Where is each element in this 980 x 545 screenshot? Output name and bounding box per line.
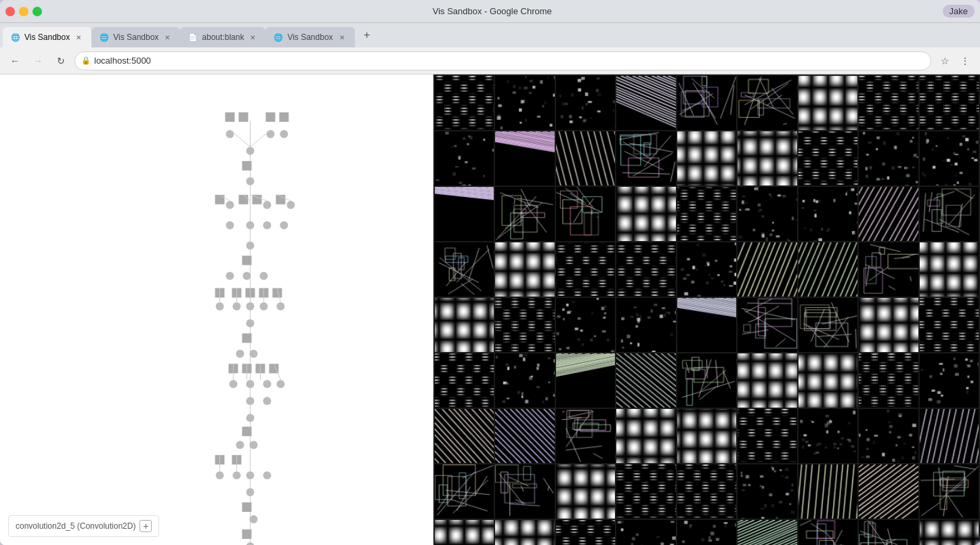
feature-cell[interactable]	[495, 131, 554, 186]
maximize-window-button[interactable]	[33, 7, 42, 16]
feature-cell[interactable]	[738, 520, 796, 545]
feature-cell[interactable]	[738, 242, 796, 297]
feature-cell[interactable]	[616, 464, 675, 519]
address-input[interactable]	[74, 51, 931, 70]
feature-cell[interactable]	[616, 520, 675, 545]
feature-cell[interactable]	[738, 131, 796, 186]
feature-cell[interactable]	[495, 409, 554, 463]
feature-cell[interactable]	[556, 131, 615, 186]
feature-cell[interactable]	[556, 242, 615, 297]
feature-cell[interactable]	[920, 298, 979, 352]
feature-cell[interactable]	[738, 187, 796, 241]
feature-cell[interactable]	[677, 353, 736, 408]
tab-vis-sandbox-4[interactable]: 🌐 Vis Sandbox ✕	[265, 27, 354, 47]
feature-cell[interactable]	[798, 76, 857, 130]
feature-cell[interactable]	[738, 298, 796, 352]
feature-cell[interactable]	[677, 131, 736, 186]
feature-cell[interactable]	[738, 353, 796, 408]
user-profile[interactable]: Jake	[943, 5, 975, 18]
feature-cell[interactable]	[677, 409, 736, 463]
menu-button[interactable]: ⋮	[956, 51, 975, 70]
feature-cell[interactable]	[859, 131, 918, 186]
tab-about-blank[interactable]: 📄 about:blank ✕	[180, 27, 265, 47]
feature-cell[interactable]	[495, 353, 554, 408]
feature-cell[interactable]	[435, 353, 494, 408]
feature-cell[interactable]	[798, 409, 857, 463]
feature-cell[interactable]	[435, 242, 494, 297]
tab-close-2[interactable]: ✕	[163, 32, 172, 42]
feature-cell[interactable]	[435, 187, 494, 241]
feature-cell[interactable]	[859, 298, 918, 352]
new-tab-button[interactable]: +	[358, 26, 377, 45]
feature-cell[interactable]	[920, 520, 979, 545]
tab-vis-sandbox-1[interactable]: 🌐 Vis Sandbox ✕	[3, 27, 91, 47]
feature-cell[interactable]	[556, 353, 615, 408]
feature-cell[interactable]	[495, 242, 554, 297]
feature-cell[interactable]	[616, 131, 675, 186]
feature-cell[interactable]	[798, 464, 857, 519]
feature-cell[interactable]	[556, 409, 615, 463]
feature-cell[interactable]	[616, 242, 675, 297]
feature-cell[interactable]	[677, 520, 736, 545]
feature-cell[interactable]	[495, 298, 554, 352]
feature-cell[interactable]	[616, 76, 675, 130]
tab-close-4[interactable]: ✕	[337, 32, 347, 42]
feature-cell[interactable]	[435, 298, 494, 352]
feature-cell[interactable]	[920, 131, 979, 186]
feature-cell[interactable]	[920, 353, 979, 408]
feature-cell[interactable]	[859, 76, 918, 130]
feature-cell[interactable]	[616, 187, 675, 241]
feature-cell[interactable]	[616, 298, 675, 352]
feature-cell[interactable]	[556, 464, 615, 519]
feature-cell[interactable]	[738, 409, 796, 463]
feature-cell[interactable]	[920, 409, 979, 463]
close-window-button[interactable]	[5, 7, 15, 16]
feature-cell[interactable]	[859, 464, 918, 519]
feature-cell[interactable]	[859, 409, 918, 463]
back-button[interactable]: ←	[5, 51, 24, 70]
feature-cell[interactable]	[859, 242, 918, 297]
feature-cell[interactable]	[616, 353, 675, 408]
feature-cell[interactable]	[435, 520, 494, 545]
feature-cell[interactable]	[798, 187, 857, 241]
feature-cell[interactable]	[616, 409, 675, 463]
minimize-window-button[interactable]	[19, 7, 28, 16]
feature-cell[interactable]	[920, 76, 979, 130]
feature-cell[interactable]	[556, 298, 615, 352]
feature-cell[interactable]	[556, 187, 615, 241]
feature-cell[interactable]	[556, 76, 615, 130]
feature-cell[interactable]	[677, 76, 736, 130]
add-layer-button[interactable]: +	[140, 520, 152, 532]
tab-close-1[interactable]: ✕	[74, 32, 83, 42]
feature-cell[interactable]	[435, 409, 494, 463]
feature-cell[interactable]	[920, 187, 979, 241]
feature-cell[interactable]	[798, 520, 857, 545]
feature-cell[interactable]	[798, 298, 857, 352]
feature-cell[interactable]	[798, 353, 857, 408]
tab-close-3[interactable]: ✕	[248, 32, 257, 42]
feature-cell[interactable]	[920, 464, 979, 519]
feature-cell[interactable]	[798, 131, 857, 186]
feature-cell[interactable]	[495, 187, 554, 241]
feature-cell[interactable]	[677, 298, 736, 352]
forward-button[interactable]: →	[28, 51, 47, 70]
feature-cell[interactable]	[920, 242, 979, 297]
feature-cell[interactable]	[859, 187, 918, 241]
feature-cell[interactable]	[677, 242, 736, 297]
reload-button[interactable]: ↻	[51, 51, 70, 70]
feature-cell[interactable]	[677, 187, 736, 241]
feature-cell[interactable]	[435, 464, 494, 519]
feature-cell[interactable]	[435, 76, 494, 130]
feature-cell[interactable]	[859, 353, 918, 408]
feature-cell[interactable]	[738, 464, 796, 519]
feature-cell[interactable]	[677, 464, 736, 519]
feature-cell[interactable]	[435, 131, 494, 186]
feature-cell[interactable]	[798, 242, 857, 297]
bookmark-button[interactable]: ☆	[935, 51, 954, 70]
feature-cell[interactable]	[495, 464, 554, 519]
feature-cell[interactable]	[556, 520, 615, 545]
feature-cell[interactable]	[495, 520, 554, 545]
feature-cell[interactable]	[859, 520, 918, 545]
feature-cell[interactable]	[738, 76, 796, 130]
tab-vis-sandbox-2[interactable]: 🌐 Vis Sandbox ✕	[91, 27, 180, 47]
